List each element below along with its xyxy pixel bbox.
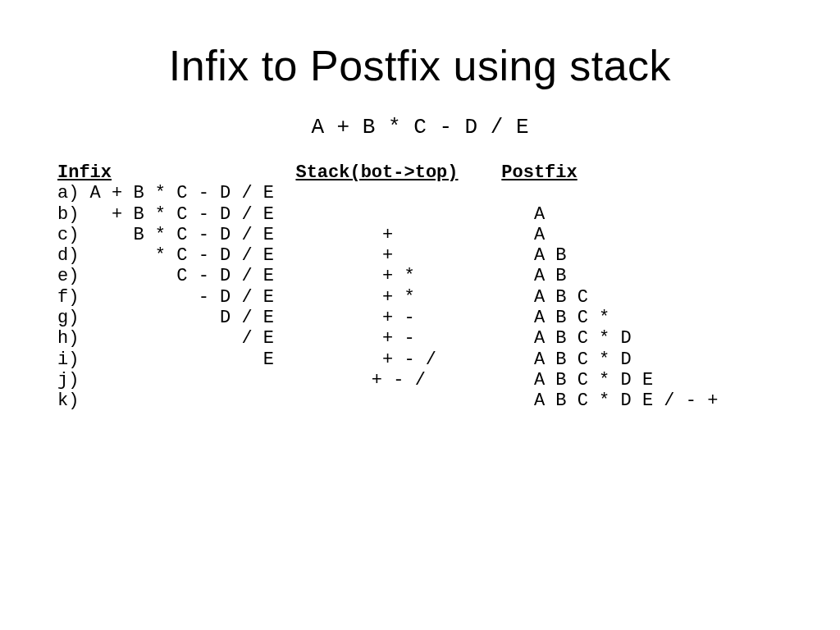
slide: Infix to Postfix using stack A + B * C -… <box>0 0 840 453</box>
header-spacer2 <box>459 162 502 183</box>
trace-row: j) + - / A B C * D E <box>57 370 653 390</box>
trace-row: c) B * C - D / E + A <box>57 225 545 245</box>
expression: A + B * C - D / E <box>49 115 791 139</box>
header-stack: Stack(bot->top) <box>295 162 458 183</box>
trace-row: f) - D / E + * A B C <box>57 287 588 308</box>
trace-row: k) A B C * D E / - + <box>57 390 718 411</box>
trace-row: d) * C - D / E + A B <box>57 245 567 266</box>
trace-row: b) + B * C - D / E A <box>57 204 545 225</box>
slide-title: Infix to Postfix using stack <box>49 41 791 90</box>
trace-row: g) D / E + - A B C * <box>57 308 609 328</box>
header-infix: Infix <box>57 162 112 183</box>
trace-table: Infix Stack(bot->top) Postfix a) A + B *… <box>57 162 791 412</box>
trace-row: i) E + - / A B C * D <box>57 349 632 370</box>
trace-row: e) C - D / E + * A B <box>57 266 567 286</box>
header-postfix: Postfix <box>501 162 577 183</box>
header-spacer1 <box>112 162 295 183</box>
trace-row: h) / E + - A B C * D <box>57 328 632 349</box>
trace-row: a) A + B * C - D / E <box>57 183 534 203</box>
